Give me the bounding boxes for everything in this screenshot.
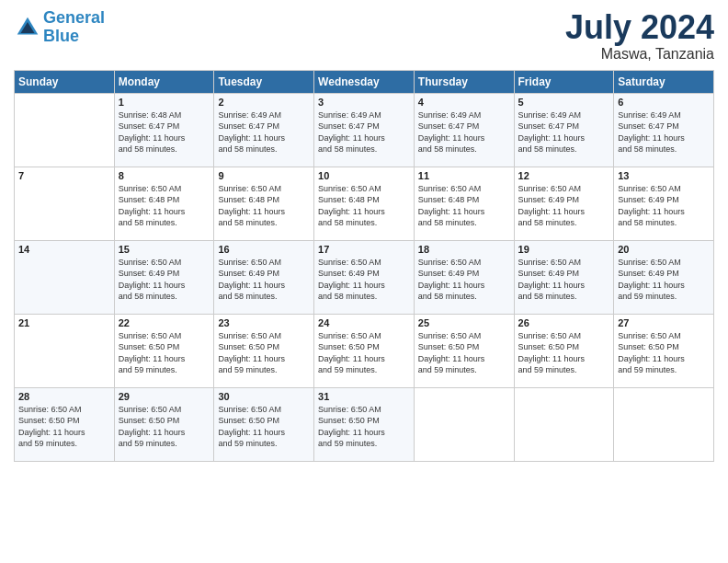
day-number: 4 <box>418 97 510 108</box>
day-info: Sunrise: 6:50 AM Sunset: 6:50 PM Dayligh… <box>18 404 110 450</box>
day-info: Sunrise: 6:49 AM Sunset: 6:47 PM Dayligh… <box>618 109 710 155</box>
page: General Blue July 2024 Maswa, Tanzania S… <box>0 0 728 563</box>
logo-text: General Blue <box>43 9 105 46</box>
day-cell: 27Sunrise: 6:50 AM Sunset: 6:50 PM Dayli… <box>614 314 714 387</box>
day-number: 27 <box>618 317 710 328</box>
day-number: 15 <box>119 244 210 255</box>
day-cell: 5Sunrise: 6:49 AM Sunset: 6:47 PM Daylig… <box>514 93 614 167</box>
day-info: Sunrise: 6:50 AM Sunset: 6:50 PM Dayligh… <box>119 404 210 450</box>
day-number: 21 <box>18 317 110 328</box>
day-number: 2 <box>218 97 310 108</box>
title-block: July 2024 Maswa, Tanzania <box>565 9 714 63</box>
day-cell: 14 <box>15 240 115 314</box>
day-number: 12 <box>518 170 610 181</box>
day-cell <box>614 387 714 461</box>
col-header-friday: Friday <box>514 70 614 93</box>
day-cell: 29Sunrise: 6:50 AM Sunset: 6:50 PM Dayli… <box>114 387 214 461</box>
day-number: 25 <box>418 317 510 328</box>
logo: General Blue <box>14 9 105 46</box>
col-header-sunday: Sunday <box>15 70 115 93</box>
day-info: Sunrise: 6:50 AM Sunset: 6:48 PM Dayligh… <box>119 183 210 229</box>
day-number: 10 <box>318 170 410 181</box>
day-number: 9 <box>218 170 310 181</box>
day-cell: 9Sunrise: 6:50 AM Sunset: 6:48 PM Daylig… <box>214 167 314 240</box>
day-info: Sunrise: 6:49 AM Sunset: 6:47 PM Dayligh… <box>218 109 310 155</box>
day-number: 16 <box>218 244 310 255</box>
day-number: 20 <box>618 244 710 255</box>
col-header-tuesday: Tuesday <box>214 70 314 93</box>
day-number: 1 <box>119 97 210 108</box>
day-info: Sunrise: 6:50 AM Sunset: 6:49 PM Dayligh… <box>418 257 510 303</box>
day-info: Sunrise: 6:50 AM Sunset: 6:50 PM Dayligh… <box>218 404 310 450</box>
day-info: Sunrise: 6:50 AM Sunset: 6:49 PM Dayligh… <box>518 257 610 303</box>
day-cell: 28Sunrise: 6:50 AM Sunset: 6:50 PM Dayli… <box>15 387 115 461</box>
day-number: 8 <box>119 170 210 181</box>
day-cell: 3Sunrise: 6:49 AM Sunset: 6:47 PM Daylig… <box>314 93 415 167</box>
day-cell: 26Sunrise: 6:50 AM Sunset: 6:50 PM Dayli… <box>514 314 614 387</box>
day-number: 30 <box>218 391 310 402</box>
week-row-0: 1Sunrise: 6:48 AM Sunset: 6:47 PM Daylig… <box>15 93 714 167</box>
day-number: 6 <box>618 97 710 108</box>
day-number: 17 <box>318 244 410 255</box>
day-cell: 22Sunrise: 6:50 AM Sunset: 6:50 PM Dayli… <box>114 314 214 387</box>
day-info: Sunrise: 6:50 AM Sunset: 6:50 PM Dayligh… <box>318 330 410 376</box>
month-title: July 2024 <box>565 9 714 46</box>
header: General Blue July 2024 Maswa, Tanzania <box>14 9 714 63</box>
day-cell: 31Sunrise: 6:50 AM Sunset: 6:50 PM Dayli… <box>314 387 415 461</box>
day-number: 19 <box>518 244 610 255</box>
day-info: Sunrise: 6:50 AM Sunset: 6:48 PM Dayligh… <box>418 183 510 229</box>
day-info: Sunrise: 6:50 AM Sunset: 6:49 PM Dayligh… <box>119 257 210 303</box>
day-info: Sunrise: 6:49 AM Sunset: 6:47 PM Dayligh… <box>418 109 510 155</box>
day-info: Sunrise: 6:50 AM Sunset: 6:49 PM Dayligh… <box>318 257 410 303</box>
day-info: Sunrise: 6:50 AM Sunset: 6:50 PM Dayligh… <box>618 330 710 376</box>
day-info: Sunrise: 6:50 AM Sunset: 6:49 PM Dayligh… <box>518 183 610 229</box>
week-row-4: 28Sunrise: 6:50 AM Sunset: 6:50 PM Dayli… <box>15 387 714 461</box>
day-info: Sunrise: 6:50 AM Sunset: 6:50 PM Dayligh… <box>119 330 210 376</box>
col-header-thursday: Thursday <box>414 70 514 93</box>
day-cell: 23Sunrise: 6:50 AM Sunset: 6:50 PM Dayli… <box>214 314 314 387</box>
day-cell: 24Sunrise: 6:50 AM Sunset: 6:50 PM Dayli… <box>314 314 415 387</box>
day-number: 7 <box>18 170 110 181</box>
day-number: 22 <box>119 317 210 328</box>
day-cell: 1Sunrise: 6:48 AM Sunset: 6:47 PM Daylig… <box>114 93 214 167</box>
day-number: 3 <box>318 97 410 108</box>
day-cell: 18Sunrise: 6:50 AM Sunset: 6:49 PM Dayli… <box>414 240 514 314</box>
day-info: Sunrise: 6:50 AM Sunset: 6:50 PM Dayligh… <box>518 330 610 376</box>
day-cell: 20Sunrise: 6:50 AM Sunset: 6:49 PM Dayli… <box>614 240 714 314</box>
day-cell: 8Sunrise: 6:50 AM Sunset: 6:48 PM Daylig… <box>114 167 214 240</box>
day-info: Sunrise: 6:50 AM Sunset: 6:48 PM Dayligh… <box>218 183 310 229</box>
col-header-saturday: Saturday <box>614 70 714 93</box>
day-cell: 2Sunrise: 6:49 AM Sunset: 6:47 PM Daylig… <box>214 93 314 167</box>
day-cell: 11Sunrise: 6:50 AM Sunset: 6:48 PM Dayli… <box>414 167 514 240</box>
day-cell <box>15 93 115 167</box>
day-number: 26 <box>518 317 610 328</box>
day-number: 29 <box>119 391 210 402</box>
day-cell: 17Sunrise: 6:50 AM Sunset: 6:49 PM Dayli… <box>314 240 415 314</box>
day-info: Sunrise: 6:50 AM Sunset: 6:49 PM Dayligh… <box>618 183 710 229</box>
day-number: 23 <box>218 317 310 328</box>
day-number: 28 <box>18 391 110 402</box>
day-cell: 15Sunrise: 6:50 AM Sunset: 6:49 PM Dayli… <box>114 240 214 314</box>
week-row-2: 1415Sunrise: 6:50 AM Sunset: 6:49 PM Day… <box>15 240 714 314</box>
day-number: 11 <box>418 170 510 181</box>
col-header-monday: Monday <box>114 70 214 93</box>
day-number: 18 <box>418 244 510 255</box>
day-info: Sunrise: 6:50 AM Sunset: 6:48 PM Dayligh… <box>318 183 410 229</box>
day-info: Sunrise: 6:50 AM Sunset: 6:50 PM Dayligh… <box>218 330 310 376</box>
day-cell: 30Sunrise: 6:50 AM Sunset: 6:50 PM Dayli… <box>214 387 314 461</box>
day-cell: 25Sunrise: 6:50 AM Sunset: 6:50 PM Dayli… <box>414 314 514 387</box>
day-cell: 19Sunrise: 6:50 AM Sunset: 6:49 PM Dayli… <box>514 240 614 314</box>
day-info: Sunrise: 6:49 AM Sunset: 6:47 PM Dayligh… <box>518 109 610 155</box>
day-info: Sunrise: 6:48 AM Sunset: 6:47 PM Dayligh… <box>119 109 210 155</box>
day-cell: 21 <box>15 314 115 387</box>
day-info: Sunrise: 6:50 AM Sunset: 6:49 PM Dayligh… <box>218 257 310 303</box>
day-number: 14 <box>18 244 110 255</box>
day-cell: 12Sunrise: 6:50 AM Sunset: 6:49 PM Dayli… <box>514 167 614 240</box>
week-row-1: 78Sunrise: 6:50 AM Sunset: 6:48 PM Dayli… <box>15 167 714 240</box>
logo-icon <box>14 14 41 41</box>
day-info: Sunrise: 6:50 AM Sunset: 6:50 PM Dayligh… <box>318 404 410 450</box>
day-number: 24 <box>318 317 410 328</box>
day-cell: 7 <box>15 167 115 240</box>
day-cell: 10Sunrise: 6:50 AM Sunset: 6:48 PM Dayli… <box>314 167 415 240</box>
day-cell <box>414 387 514 461</box>
